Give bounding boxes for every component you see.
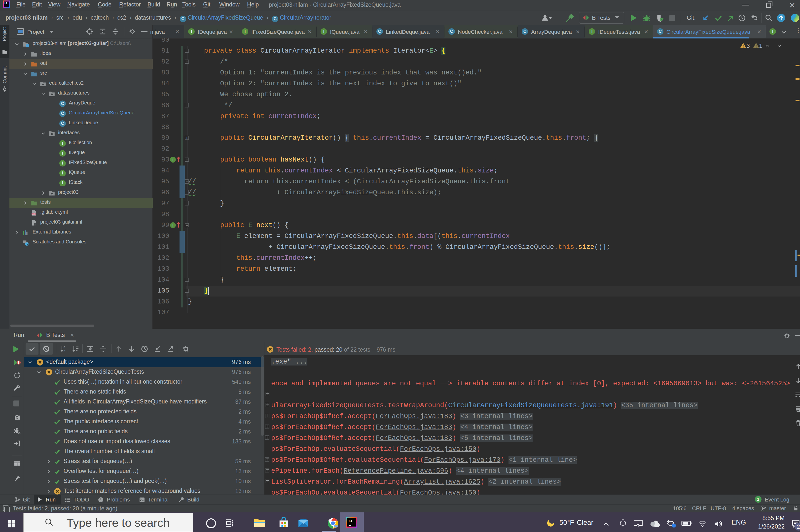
svg-text:a: a bbox=[63, 345, 65, 349]
svg-text:z: z bbox=[63, 349, 65, 353]
svg-text:YML: YML bbox=[32, 213, 36, 215]
